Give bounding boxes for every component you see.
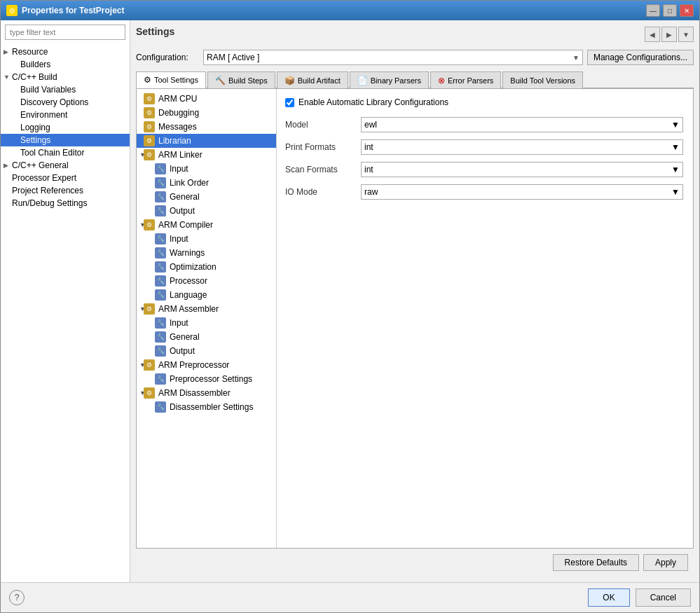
- tab-binary-parsers[interactable]: 📄 Binary Parsers: [350, 71, 429, 88]
- tool-icon-assembler-general: 🔧: [155, 331, 166, 343]
- sidebar-item-resource[interactable]: ▶ Resource: [1, 46, 130, 58]
- tool-tree-item-librarian[interactable]: ⚙ Librarian: [137, 134, 276, 148]
- tool-tree-item-assembler-input[interactable]: 🔧 Input: [137, 316, 276, 330]
- tool-tree-item-arm-disassembler[interactable]: ▼ ⚙ ARM Disassembler: [137, 386, 276, 400]
- tool-tree-item-compiler-language[interactable]: 🔧 Language: [137, 288, 276, 302]
- manage-configurations-button[interactable]: Manage Configurations...: [587, 50, 694, 65]
- sidebar-item-discovery-options[interactable]: Discovery Options: [1, 96, 130, 109]
- settings-area: ⚙ ARM CPU ⚙ Debugging ⚙ Messages: [136, 88, 694, 549]
- tool-icon-arm-preprocessor: ⚙: [144, 359, 155, 371]
- right-panel: Settings ◀ ▶ ▼ Configuration: RAM [ Acti…: [130, 20, 699, 582]
- tool-tree-item-link-order[interactable]: 🔧 Link Order: [137, 176, 276, 190]
- close-button[interactable]: ✕: [680, 4, 694, 17]
- tool-label-compiler-processor: Processor: [170, 276, 207, 286]
- tool-tree-item-arm-preprocessor[interactable]: ▼ ⚙ ARM Preprocessor: [137, 358, 276, 372]
- maximize-button[interactable]: □: [663, 4, 677, 17]
- sidebar-item-build-variables[interactable]: Build Variables: [1, 83, 130, 96]
- tool-icon-compiler-language: 🔧: [155, 289, 166, 301]
- sidebar-item-processor-expert[interactable]: Processor Expert: [1, 172, 130, 184]
- print-formats-dropdown-arrow: ▼: [671, 142, 680, 152]
- tool-label-compiler-input: Input: [170, 234, 188, 244]
- tab-label-build-artifact: Build Artifact: [298, 76, 341, 85]
- tab-build-steps[interactable]: 🔨 Build Steps: [207, 71, 275, 88]
- tool-tree-item-assembler-general[interactable]: 🔧 General: [137, 330, 276, 344]
- sidebar-item-run-debug-settings[interactable]: Run/Debug Settings: [1, 197, 130, 209]
- forward-button[interactable]: ▶: [661, 27, 677, 42]
- tool-tree-item-arm-linker[interactable]: ▼ ⚙ ARM Linker: [137, 148, 276, 162]
- tool-icon-linker-general: 🔧: [155, 191, 166, 202]
- back-button[interactable]: ◀: [645, 27, 660, 42]
- tool-tree-item-compiler-processor[interactable]: 🔧 Processor: [137, 274, 276, 288]
- tool-tree-item-messages[interactable]: ⚙ Messages: [137, 120, 276, 134]
- help-button[interactable]: ?: [9, 590, 25, 605]
- cancel-button[interactable]: Cancel: [636, 588, 691, 607]
- sidebar-item-cpp-general[interactable]: ▶ C/C++ General: [1, 159, 130, 172]
- tool-tree-item-arm-compiler[interactable]: ▼ ⚙ ARM Compiler: [137, 218, 276, 232]
- print-formats-row: Print Formats int ▼: [285, 139, 685, 155]
- tool-tree-item-compiler-warnings[interactable]: 🔧 Warnings: [137, 246, 276, 260]
- tool-tree-item-disassembler-settings[interactable]: 🔧 Disassembler Settings: [137, 400, 276, 414]
- tab-error-parsers[interactable]: ⊗ Error Parsers: [430, 71, 501, 88]
- tab-icon-error-parsers: ⊗: [438, 76, 445, 85]
- sidebar-item-settings[interactable]: Settings: [1, 134, 130, 146]
- io-mode-dropdown[interactable]: raw ▼: [361, 184, 683, 200]
- tab-build-artifact[interactable]: 📦 Build Artifact: [277, 71, 348, 88]
- tool-label-messages: Messages: [158, 122, 197, 132]
- scan-formats-row: Scan Formats int ▼: [285, 162, 685, 177]
- tool-tree-item-arm-assembler[interactable]: ▼ ⚙ ARM Assembler: [137, 302, 276, 316]
- sidebar-item-project-references[interactable]: Project References: [1, 184, 130, 197]
- tool-label-debugging: Debugging: [158, 108, 199, 118]
- tool-tree-item-linker-output[interactable]: 🔧 Output: [137, 204, 276, 218]
- sidebar-item-tool-chain-editor[interactable]: Tool Chain Editor: [1, 146, 130, 159]
- tool-icon-compiler-input: 🔧: [155, 233, 166, 244]
- tree-arrow-cpp-build: ▼: [4, 74, 12, 81]
- tool-icon-compiler-warnings: 🔧: [155, 247, 166, 259]
- apply-button[interactable]: Apply: [643, 554, 688, 571]
- tool-label-arm-linker: ARM Linker: [158, 150, 203, 160]
- tool-label-arm-disassembler: ARM Disassembler: [158, 388, 231, 398]
- model-dropdown[interactable]: ewl ▼: [361, 117, 683, 132]
- sidebar-item-builders[interactable]: Builders: [1, 58, 130, 71]
- scan-formats-label: Scan Formats: [285, 165, 355, 174]
- config-row: Configuration: RAM [ Active ] ▼ Manage C…: [136, 50, 694, 65]
- tool-tree-item-compiler-optimization[interactable]: 🔧 Optimization: [137, 260, 276, 274]
- tab-icon-build-artifact: 📦: [284, 76, 295, 85]
- minimize-button[interactable]: —: [646, 4, 660, 17]
- sidebar-item-cpp-build[interactable]: ▼ C/C++ Build: [1, 71, 130, 83]
- tool-icon-arm-cpu: ⚙: [144, 93, 155, 104]
- tool-tree-item-linker-general[interactable]: 🔧 General: [137, 190, 276, 204]
- auto-lib-checkbox[interactable]: [285, 98, 294, 107]
- tab-build-tool-versions[interactable]: Build Tool Versions: [502, 71, 583, 88]
- tool-label-linker-general: General: [170, 192, 200, 202]
- tool-icon-linker-input: 🔧: [155, 163, 166, 174]
- ok-button[interactable]: OK: [588, 588, 629, 607]
- tool-tree-item-assembler-output[interactable]: 🔧 Output: [137, 344, 276, 358]
- tab-tool-settings[interactable]: ⚙ Tool Settings: [136, 71, 206, 88]
- restore-defaults-button[interactable]: Restore Defaults: [553, 554, 639, 571]
- tool-tree-item-arm-cpu[interactable]: ⚙ ARM CPU: [137, 92, 276, 106]
- sidebar-label-build-variables: Build Variables: [20, 85, 76, 95]
- title-controls: — □ ✕: [646, 4, 694, 17]
- nav-dropdown-button[interactable]: ▼: [678, 27, 694, 42]
- tool-icon-preprocessor-settings: 🔧: [155, 373, 166, 385]
- tool-label-arm-preprocessor: ARM Preprocessor: [158, 360, 229, 370]
- tool-label-compiler-language: Language: [170, 290, 207, 300]
- sidebar-label-tool-chain-editor: Tool Chain Editor: [20, 148, 84, 158]
- tool-tree-item-preprocessor-settings[interactable]: 🔧 Preprocessor Settings: [137, 372, 276, 386]
- config-dropdown[interactable]: RAM [ Active ] ▼: [203, 50, 583, 65]
- tool-tree-item-compiler-input[interactable]: 🔧 Input: [137, 232, 276, 246]
- tool-icon-messages: ⚙: [144, 121, 155, 132]
- tool-tree: ⚙ ARM CPU ⚙ Debugging ⚙ Messages: [137, 89, 277, 548]
- filter-input[interactable]: [5, 25, 125, 40]
- auto-lib-label[interactable]: Enable Automatic Library Configurations: [298, 97, 448, 107]
- tool-tree-item-debugging[interactable]: ⚙ Debugging: [137, 106, 276, 120]
- toolbar-row: ◀ ▶ ▼: [645, 27, 694, 42]
- sidebar-item-logging[interactable]: Logging: [1, 121, 130, 134]
- print-formats-dropdown[interactable]: int ▼: [361, 139, 683, 155]
- tool-tree-item-linker-input[interactable]: 🔧 Input: [137, 162, 276, 176]
- model-value: ewl: [364, 120, 377, 130]
- tool-icon-compiler-processor: 🔧: [155, 275, 166, 287]
- scan-formats-dropdown[interactable]: int ▼: [361, 162, 683, 177]
- print-formats-value: int: [364, 142, 373, 152]
- sidebar-item-environment[interactable]: Environment: [1, 109, 130, 121]
